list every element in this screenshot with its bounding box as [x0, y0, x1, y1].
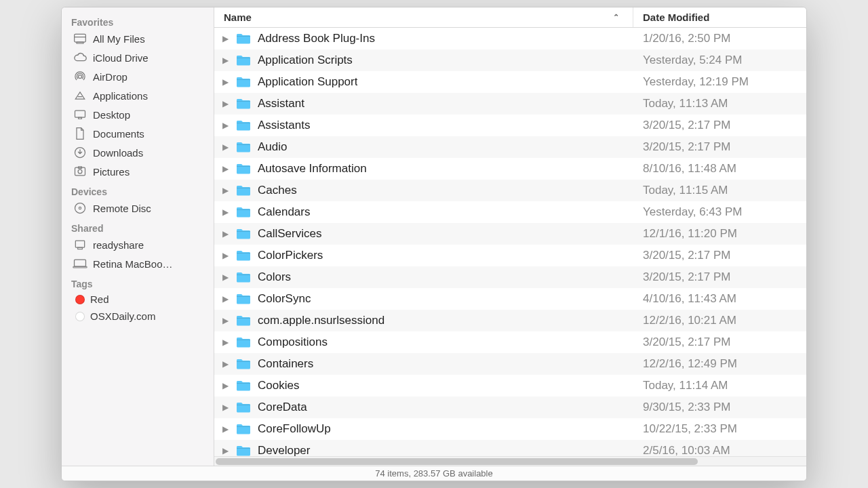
disclosure-triangle-icon[interactable]: ▶	[221, 121, 229, 130]
disclosure-triangle-icon[interactable]: ▶	[221, 272, 229, 282]
file-row[interactable]: ▶ CalendarsYesterday, 6:43 PM	[214, 201, 806, 223]
file-date-cell: 8/10/16, 11:48 AM	[633, 162, 806, 176]
folder-icon	[235, 184, 252, 197]
file-row[interactable]: ▶ CallServices12/1/16, 11:20 PM	[214, 223, 806, 245]
sidebar-item[interactable]: Applications	[62, 86, 214, 105]
disclosure-triangle-icon[interactable]: ▶	[221, 359, 229, 369]
file-row[interactable]: ▶ Address Book Plug-Ins1/20/16, 2:50 PM	[214, 28, 806, 49]
file-name-cell: ▶ Colors	[214, 270, 633, 284]
horizontal-scrollbar-thumb[interactable]	[216, 458, 698, 465]
sidebar-item[interactable]: All My Files	[62, 29, 214, 48]
file-row[interactable]: ▶ CookiesToday, 11:14 AM	[214, 375, 806, 396]
folder-icon	[235, 444, 252, 456]
file-date-cell: 9/30/15, 2:33 PM	[633, 401, 806, 414]
finder-window: FavoritesAll My FilesiCloud DriveAirDrop…	[61, 7, 807, 481]
file-row[interactable]: ▶ ColorPickers3/20/15, 2:17 PM	[214, 245, 806, 266]
sidebar-section-header: Shared	[62, 218, 214, 235]
sidebar-item[interactable]: Pictures	[62, 162, 214, 181]
folder-icon	[235, 54, 252, 67]
disclosure-triangle-icon[interactable]: ▶	[221, 446, 229, 455]
file-row[interactable]: ▶ ColorSync4/10/16, 11:43 AM	[214, 288, 806, 310]
file-rows[interactable]: ▶ Address Book Plug-Ins1/20/16, 2:50 PM▶…	[214, 28, 806, 456]
sidebar-item[interactable]: Documents	[62, 124, 214, 143]
disclosure-triangle-icon[interactable]: ▶	[221, 207, 229, 217]
file-row[interactable]: ▶ Developer2/5/16, 10:03 AM	[214, 440, 806, 456]
file-name-label: Assistants	[258, 119, 310, 132]
file-name-cell: ▶ ColorSync	[214, 292, 633, 306]
file-row[interactable]: ▶ Colors3/20/15, 2:17 PM	[214, 266, 806, 288]
file-name-label: Calendars	[258, 205, 311, 219]
disclosure-triangle-icon[interactable]: ▶	[221, 229, 229, 239]
file-name-label: ColorPickers	[258, 249, 323, 262]
horizontal-scrollbar[interactable]	[214, 456, 806, 466]
disclosure-triangle-icon[interactable]: ▶	[221, 294, 229, 304]
sidebar-item[interactable]: Retina MacBoo…	[62, 254, 214, 273]
file-row[interactable]: ▶ Application ScriptsYesterday, 5:24 PM	[214, 49, 806, 71]
file-name-cell: ▶ Assistant	[214, 97, 633, 110]
folder-icon	[235, 336, 252, 349]
disclosure-triangle-icon[interactable]: ▶	[221, 316, 229, 325]
sidebar-item[interactable]: iCloud Drive	[62, 48, 214, 67]
file-name-cell: ▶ Autosave Information	[214, 162, 633, 176]
file-name-cell: ▶ ColorPickers	[214, 249, 633, 262]
disclosure-triangle-icon[interactable]: ▶	[221, 403, 229, 412]
all-my-files-icon	[73, 32, 87, 45]
column-header-date-label: Date Modified	[643, 12, 709, 23]
sidebar-section-header: Favorites	[62, 12, 214, 29]
disclosure-triangle-icon[interactable]: ▶	[221, 186, 229, 195]
file-name-label: Application Scripts	[258, 54, 353, 67]
file-row[interactable]: ▶ com.apple.nsurlsessiond12/2/16, 10:21 …	[214, 310, 806, 331]
file-row[interactable]: ▶ CoreFollowUp10/22/15, 2:33 PM	[214, 418, 806, 440]
sidebar-item[interactable]: OSXDaily.com	[62, 308, 214, 325]
file-date-cell: Today, 11:14 AM	[633, 379, 806, 392]
file-date-cell: Yesterday, 6:43 PM	[633, 205, 806, 219]
disclosure-triangle-icon[interactable]: ▶	[221, 34, 229, 43]
disclosure-triangle-icon[interactable]: ▶	[221, 251, 229, 260]
file-name-cell: ▶ Application Support	[214, 75, 633, 89]
status-bar: 74 items, 283.57 GB available	[62, 466, 806, 481]
file-row[interactable]: ▶ Application SupportYesterday, 12:19 PM	[214, 71, 806, 93]
disclosure-triangle-icon[interactable]: ▶	[221, 77, 229, 87]
svg-point-12	[79, 207, 81, 209]
disclosure-triangle-icon[interactable]: ▶	[221, 338, 229, 347]
disclosure-triangle-icon[interactable]: ▶	[221, 164, 229, 174]
file-name-cell: ▶ Calendars	[214, 205, 633, 219]
column-header-date[interactable]: Date Modified	[633, 7, 806, 27]
disclosure-triangle-icon[interactable]: ▶	[221, 381, 229, 390]
file-row[interactable]: ▶ Autosave Information8/10/16, 11:48 AM	[214, 158, 806, 180]
file-row[interactable]: ▶ Containers12/2/16, 12:49 PM	[214, 353, 806, 375]
svg-point-3	[79, 75, 82, 79]
disclosure-triangle-icon[interactable]: ▶	[221, 424, 229, 434]
sidebar-item[interactable]: Remote Disc	[62, 199, 214, 218]
disclosure-triangle-icon[interactable]: ▶	[221, 56, 229, 65]
file-row[interactable]: ▶ CachesToday, 11:15 AM	[214, 180, 806, 201]
sidebar-item-label: Downloads	[93, 147, 143, 159]
disclosure-triangle-icon[interactable]: ▶	[221, 99, 229, 108]
sidebar-item-label: Retina MacBoo…	[93, 258, 173, 270]
file-row[interactable]: ▶ CoreData9/30/15, 2:33 PM	[214, 396, 806, 418]
folder-icon	[235, 422, 252, 436]
desktop-icon	[73, 108, 87, 121]
column-header-name[interactable]: Name ⌃	[214, 7, 633, 27]
status-text: 74 items, 283.57 GB available	[375, 468, 492, 479]
file-row[interactable]: ▶ Audio3/20/15, 2:17 PM	[214, 136, 806, 158]
sidebar-item[interactable]: readyshare	[62, 235, 214, 254]
sidebar-item-label: AirDrop	[93, 71, 127, 83]
tag-dot-icon	[75, 295, 85, 304]
file-row[interactable]: ▶ AssistantToday, 11:13 AM	[214, 93, 806, 115]
svg-point-11	[75, 203, 85, 214]
file-row[interactable]: ▶ Compositions3/20/15, 2:17 PM	[214, 331, 806, 353]
file-name-label: Cookies	[258, 379, 299, 392]
sidebar-item[interactable]: Red	[62, 291, 214, 308]
file-name-label: Compositions	[258, 336, 328, 349]
mac-icon	[73, 257, 87, 270]
file-date-cell: 10/22/15, 2:33 PM	[633, 422, 806, 436]
file-row[interactable]: ▶ Assistants3/20/15, 2:17 PM	[214, 115, 806, 136]
sidebar-item[interactable]: Downloads	[62, 143, 214, 162]
sidebar-item[interactable]: Desktop	[62, 105, 214, 124]
disclosure-triangle-icon[interactable]: ▶	[221, 142, 229, 152]
file-name-label: ColorSync	[258, 292, 311, 306]
folder-icon	[235, 162, 252, 176]
sidebar-item[interactable]: AirDrop	[62, 67, 214, 86]
folder-icon	[235, 292, 252, 306]
